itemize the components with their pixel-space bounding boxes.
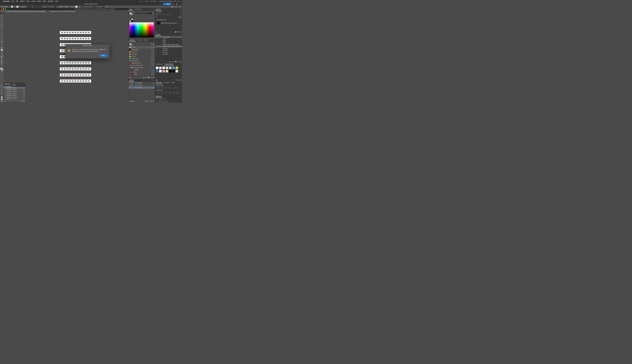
swatches-fill-stroke[interactable]	[130, 43, 132, 46]
menu-object[interactable]: Object	[20, 0, 24, 2]
swatch-row[interactable]: ▾📁Zund spot colors	[128, 66, 155, 69]
clipboard-1-icon[interactable]: 📋	[0, 96, 3, 98]
action-row[interactable]: ✓▢▾Zund Layers	[155, 36, 182, 38]
action-toggle[interactable]: ✓	[156, 40, 157, 42]
panel-menu-icon[interactable]: ≡	[179, 33, 182, 36]
expand-icon[interactable]: ›	[160, 50, 162, 51]
tint-field[interactable]	[148, 12, 152, 14]
edit-toolbar-button[interactable]: ⋯	[0, 76, 3, 78]
fill-swatch[interactable]	[11, 6, 13, 8]
menu-help[interactable]: Help	[55, 0, 58, 2]
target-icon[interactable]	[153, 85, 154, 86]
expand-layer-icon[interactable]: ›	[134, 87, 135, 88]
screen-mode-tool[interactable]: ▭	[0, 74, 3, 76]
expand-icon[interactable]: ▾	[160, 46, 162, 47]
artboard[interactable]	[60, 61, 91, 64]
panel-menu-icon[interactable]: ≡	[23, 83, 26, 87]
link-icon[interactable]: 🔗	[0, 93, 3, 95]
filter-icon[interactable]: ▼	[156, 16, 157, 18]
panel-menu-icon[interactable]: ≡	[179, 8, 182, 11]
artboard-orientation-icon[interactable]	[23, 89, 25, 90]
stroke-weight-field[interactable]	[27, 6, 32, 8]
column-graph-tool[interactable]: 📊	[0, 49, 3, 51]
direct-selection-tool[interactable]: ◁	[0, 12, 3, 14]
overprint-stroke-checkbox[interactable]	[156, 100, 157, 102]
color-fill-stroke[interactable]	[130, 12, 132, 15]
ai-text-icon[interactable]: A|	[0, 88, 3, 90]
info-icon[interactable]: ⓘ	[0, 86, 3, 88]
trim-button[interactable]	[161, 92, 164, 94]
library-search-input[interactable]	[158, 14, 180, 15]
zoom-window-button[interactable]	[5, 8, 6, 10]
make-clip-icon[interactable]: ▣	[146, 100, 147, 102]
artboard-orientation-icon[interactable]	[23, 95, 25, 96]
expand-icon[interactable]: ›	[160, 53, 162, 55]
layer-row[interactable]: 👁›Layer 1	[128, 86, 155, 89]
folder-toggle-icon[interactable]: ▾	[129, 67, 130, 68]
action-toggle[interactable]: ✓	[156, 38, 157, 40]
tab-appearance[interactable]: Appearance	[155, 63, 164, 66]
tab-actions[interactable]: Actions	[155, 33, 161, 36]
intersect-button[interactable]	[164, 87, 167, 89]
tab-attributes[interactable]: Attributes	[155, 95, 162, 98]
arrange-documents-icon[interactable]: ▦	[176, 3, 178, 5]
status-record-icon[interactable]: ◉	[146, 0, 148, 2]
merge-button[interactable]	[164, 92, 167, 94]
minus-front-button[interactable]	[161, 87, 164, 89]
action-toggle[interactable]: ✓	[156, 44, 157, 45]
new-artboard-icon[interactable]: ⊕	[21, 100, 22, 102]
crop-button[interactable]	[168, 92, 171, 94]
move-up-icon[interactable]: ↑	[18, 100, 18, 102]
action-row[interactable]: ✓›Set color	[155, 48, 182, 49]
action-toggle[interactable]: ✓	[156, 53, 157, 55]
action-toggle[interactable]: ✓	[156, 46, 157, 47]
status-sync-icon[interactable]: ⟳	[142, 0, 143, 2]
user-icon[interactable]: 👤	[180, 12, 181, 13]
color-spectrum[interactable]	[130, 22, 154, 38]
grid-view-icon[interactable]: ▦	[153, 44, 154, 45]
blend-tool[interactable]: ⧉	[0, 64, 3, 66]
action-toggle[interactable]: ✓	[156, 52, 157, 53]
minimize-window-button[interactable]	[3, 8, 4, 10]
magic-wand-tool[interactable]: ✦	[0, 14, 3, 16]
target-icon[interactable]	[153, 82, 154, 84]
tab-brushes[interactable]: Brushes	[136, 39, 142, 42]
artboard-list-row[interactable]: 5Artboard 1 copy 4	[4, 92, 26, 94]
color-mode-row[interactable]: ▪▫	[0, 71, 3, 73]
expand-layer-icon[interactable]: ›	[134, 82, 135, 84]
new-color-group-icon[interactable]: 📁	[148, 77, 150, 78]
grid-view-icon[interactable]: ▦	[180, 16, 181, 18]
target-icon[interactable]	[153, 87, 154, 88]
expand-icon[interactable]: ›	[160, 38, 162, 40]
new-action-icon[interactable]: ⊕	[178, 61, 179, 62]
fill-dropdown-icon[interactable]: ▾	[14, 6, 15, 8]
clipboard-2-icon[interactable]: 📋	[0, 98, 3, 100]
graphic-style-swatch[interactable]	[156, 70, 158, 72]
expand-icon[interactable]: ▾	[160, 36, 162, 38]
action-dialog-toggle[interactable]: ▢	[158, 46, 160, 47]
control-menu-icon[interactable]: ≡	[178, 6, 181, 8]
type-tool[interactable]: T	[0, 27, 3, 30]
tab-swatches[interactable]: Swatches	[128, 39, 136, 42]
list-view-icon[interactable]: ≣	[178, 16, 179, 18]
expand-icon[interactable]: ›	[160, 40, 162, 42]
lock-toggle[interactable]: 🔒	[131, 82, 133, 84]
action-row[interactable]: ✓›Swatches	[155, 49, 182, 51]
lasso-tool[interactable]: ʘ	[0, 16, 3, 19]
expand-icon[interactable]: ›	[160, 48, 162, 49]
lib-add-group-icon[interactable]: 📁	[175, 31, 177, 33]
break-link-icon[interactable]: ⧉	[176, 79, 177, 81]
exclude-button[interactable]	[168, 87, 171, 89]
action-dialog-toggle[interactable]: ▢	[158, 36, 160, 38]
swatch-options-icon[interactable]: ☰	[146, 77, 147, 78]
status-battery-icon[interactable]: ▮▯	[154, 0, 155, 2]
brush-dropdown[interactable]: 5 pt. Round	[46, 6, 56, 8]
minus-back-button[interactable]	[176, 92, 179, 94]
cloud-icon[interactable]: ☁	[156, 31, 157, 33]
stroke-indicator[interactable]	[1, 69, 3, 71]
workspace-switcher-icon[interactable]: ▭	[179, 3, 181, 5]
status-wifi-icon[interactable]: ᯤ	[156, 0, 158, 2]
lib-add-icon[interactable]: ⊕	[178, 31, 179, 33]
panel-menu-icon[interactable]: ≡	[179, 82, 182, 84]
artboard-list-row[interactable]: 8Artboard 1 copy 7	[4, 98, 26, 100]
